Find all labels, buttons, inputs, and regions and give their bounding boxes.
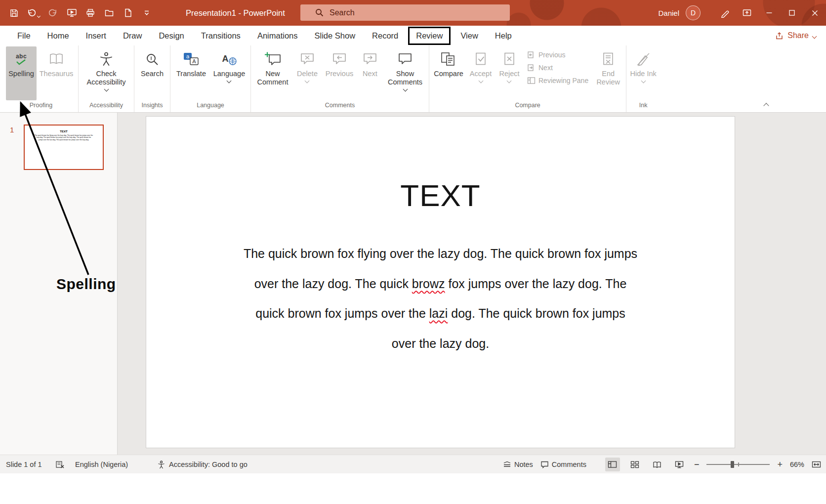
close-button[interactable] xyxy=(803,0,826,26)
end-review-button: End Review xyxy=(592,46,624,100)
translate-button[interactable]: aA Translate xyxy=(172,46,210,100)
group-label-compare: Compare xyxy=(431,100,624,112)
zoom-out-button[interactable]: − xyxy=(694,460,700,469)
previous-change-label: Previous xyxy=(538,51,565,59)
tab-draw[interactable]: Draw xyxy=(115,26,151,45)
zoom-in-button[interactable]: + xyxy=(777,460,783,469)
slide-sorter-view-button[interactable] xyxy=(627,458,642,471)
save-icon[interactable] xyxy=(8,6,20,20)
slideshow-view-icon xyxy=(675,461,684,468)
language-globe-icon: A xyxy=(221,50,237,69)
slide-body-textbox[interactable]: The quick brown fox flying over the lazy… xyxy=(189,239,693,358)
slide-thumbnail[interactable]: TEXT The quick brown fox flying over the… xyxy=(24,125,104,170)
slideshow-view-button[interactable] xyxy=(672,458,687,471)
magnifier-icon xyxy=(145,50,160,69)
compare-small-buttons: Previous Next Reviewing Pane xyxy=(523,46,592,100)
previous-comment-button: Previous xyxy=(322,46,357,100)
body-text: quick brown fox jumps over the xyxy=(255,306,429,320)
undo-button[interactable] xyxy=(27,8,40,17)
quick-access-toolbar xyxy=(8,0,153,26)
tab-insert[interactable]: Insert xyxy=(78,26,115,45)
spelling-button[interactable]: abc Spelling xyxy=(6,46,37,100)
collapse-ribbon-button[interactable] xyxy=(762,101,771,108)
start-slideshow-icon[interactable] xyxy=(66,6,78,20)
comments-label: Comments xyxy=(552,461,586,468)
compare-button[interactable]: Compare xyxy=(431,46,466,100)
minus-icon: − xyxy=(694,460,700,469)
misspelled-word: browz xyxy=(412,277,445,291)
group-comments: New Comment Delete Previous xyxy=(250,45,429,112)
next-comment-icon xyxy=(362,50,378,69)
check-accessibility-button[interactable]: Check Accessibility xyxy=(81,46,132,100)
share-button[interactable]: Share xyxy=(775,31,816,40)
maximize-button[interactable] xyxy=(781,0,803,26)
normal-view-button[interactable] xyxy=(605,458,620,471)
customize-quick-access-icon[interactable] xyxy=(141,6,153,20)
avatar[interactable]: D xyxy=(686,5,701,20)
tab-file[interactable]: File xyxy=(9,26,39,45)
zoom-slider[interactable] xyxy=(706,464,770,465)
redo-icon[interactable] xyxy=(47,6,59,20)
language-button[interactable]: A Language xyxy=(210,46,248,100)
accessibility-status[interactable]: Accessibility: Good to go xyxy=(157,455,248,474)
tab-review[interactable]: Review xyxy=(408,27,451,45)
previous-change-icon xyxy=(527,51,536,59)
open-folder-icon[interactable] xyxy=(103,6,115,20)
fit-slide-button[interactable] xyxy=(812,461,821,468)
zoom-slider-handle[interactable] xyxy=(731,461,734,468)
tab-view[interactable]: View xyxy=(452,26,486,45)
comments-button[interactable]: Comments xyxy=(540,461,586,468)
ribbon-display-options-icon[interactable] xyxy=(736,0,758,26)
group-compare: Compare Accept Reject xyxy=(429,45,626,112)
ribbon-tab-row: File Home Insert Draw Design Transitions… xyxy=(0,26,826,45)
hide-ink-label: Hide Ink xyxy=(630,70,657,78)
slide-indicator: Slide 1 of 1 xyxy=(6,455,42,474)
chevron-up-icon xyxy=(763,103,769,108)
print-icon[interactable] xyxy=(84,6,96,20)
tab-design[interactable]: Design xyxy=(150,26,192,45)
language-status[interactable]: English (Nigeria) xyxy=(75,455,128,474)
zoom-level[interactable]: 66% xyxy=(790,461,804,468)
reviewing-pane-icon xyxy=(527,77,536,84)
next-comment-button: Next xyxy=(357,46,383,100)
svg-text:A: A xyxy=(192,58,196,64)
tab-transitions[interactable]: Transitions xyxy=(193,26,249,45)
new-comment-button[interactable]: New Comment xyxy=(253,46,292,100)
reject-icon xyxy=(502,50,517,69)
hide-ink-pen-icon xyxy=(636,50,651,69)
slide[interactable]: TEXT The quick brown fox flying over the… xyxy=(146,117,735,448)
tab-home[interactable]: Home xyxy=(39,26,78,45)
group-label-ink: Ink xyxy=(628,100,658,112)
spellcheck-status-icon[interactable] xyxy=(55,455,65,474)
minimize-button[interactable] xyxy=(758,0,781,26)
new-document-icon[interactable] xyxy=(122,6,134,20)
show-comments-button[interactable]: Show Comments xyxy=(383,46,427,100)
search-box[interactable]: Search xyxy=(300,4,510,21)
annotation-label: Spelling xyxy=(56,276,116,293)
chevron-down-icon xyxy=(507,79,512,84)
tab-slide-show[interactable]: Slide Show xyxy=(306,26,364,45)
svg-text:a: a xyxy=(186,53,190,59)
reading-view-button[interactable] xyxy=(650,458,664,471)
smart-search-button[interactable]: Search xyxy=(136,46,168,100)
share-icon xyxy=(775,32,784,40)
user-name[interactable]: Daniel xyxy=(658,9,679,17)
spelling-abc-check-icon: abc xyxy=(16,50,27,69)
titlebar-right: Daniel D xyxy=(658,0,826,26)
notes-button[interactable]: Notes xyxy=(503,461,533,468)
group-accessibility: Check Accessibility Accessibility xyxy=(78,45,134,112)
tab-animations[interactable]: Animations xyxy=(249,26,306,45)
tab-help[interactable]: Help xyxy=(487,26,520,45)
thumbnail-title: TEXT xyxy=(25,130,103,133)
plus-icon: + xyxy=(777,460,783,469)
draw-pen-icon[interactable] xyxy=(714,0,736,26)
show-comments-label: Show Comments xyxy=(383,70,427,86)
chevron-down-icon xyxy=(37,14,41,18)
slide-number: 1 xyxy=(10,126,14,134)
tab-record[interactable]: Record xyxy=(364,26,407,45)
end-review-label: End Review xyxy=(592,70,624,86)
slide-title-textbox[interactable]: TEXT xyxy=(146,178,735,213)
notes-label: Notes xyxy=(514,461,533,468)
body-text: over the lazy dog. xyxy=(392,336,489,350)
misspelled-word: lazi xyxy=(429,306,448,320)
